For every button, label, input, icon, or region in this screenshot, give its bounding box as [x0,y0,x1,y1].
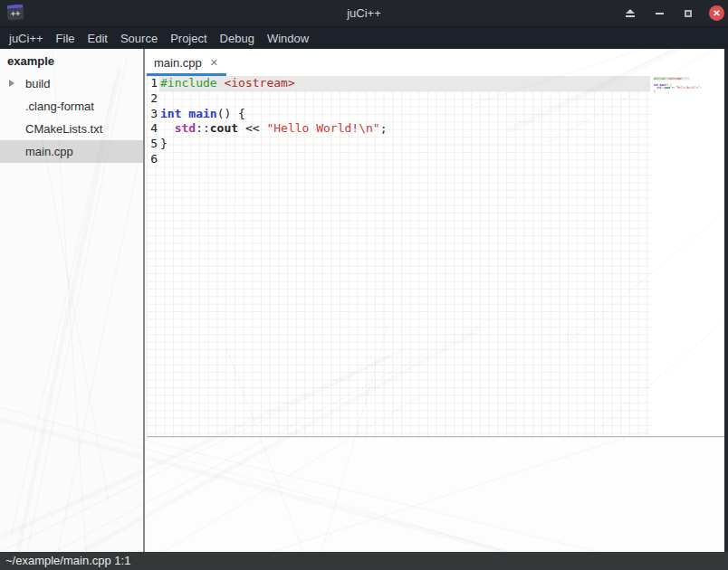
close-icon: ✕ [713,8,720,18]
code-view[interactable]: 1#include <iostream>23int main() {4 std:… [147,76,650,167]
line-number: 1 [147,76,158,91]
tree-root-folder[interactable]: example [0,50,143,72]
main-pane: main.cpp ✕ 1#include <iostream>23int mai… [147,49,728,552]
juci-window: ++ juCi++ ✕ juCi++FileEditSourceProjectD… [0,0,728,570]
code-line-6[interactable]: 6 [147,152,650,167]
window-controls: ✕ [622,0,724,26]
tree-items: build.clang-formatCMakeLists.txtmain.cpp [0,72,143,163]
tree-item-label: main.cpp [25,145,73,158]
line-number: 6 [147,152,158,167]
line-number: 3 [147,107,158,122]
output-pane[interactable] [147,439,728,552]
code-text: } [160,137,168,150]
minimap-code: #include <iostream>int main() { std::cou… [654,77,690,96]
menu-debug[interactable]: Debug [214,27,261,50]
restore-icon [685,10,692,17]
tab-main-cpp[interactable]: main.cpp ✕ [147,49,227,76]
code-text: } [654,90,656,92]
menu-window[interactable]: Window [261,27,315,50]
minimap[interactable]: #include <iostream>int main() { std::cou… [654,77,726,222]
code-line-3[interactable]: 3int main() { [147,107,650,122]
eject-icon-bar [626,15,635,17]
line-number: 4 [147,121,158,137]
code-line-6 [654,93,690,97]
code-text: #include <iostream> [160,76,295,90]
code-line-1[interactable]: 1#include <iostream> [147,76,650,91]
code-text: std::cout << "Hello World!\n"; [654,87,702,90]
source-editor[interactable]: 1#include <iostream>23int main() {4 std:… [147,76,728,436]
window-title: juCi++ [0,6,728,20]
sidebar-item-main-cpp[interactable]: main.cpp [0,140,143,163]
content-area: example build.clang-formatCMakeLists.txt… [0,49,728,552]
close-button[interactable]: ✕ [709,5,724,21]
file-tree-panel: example build.clang-formatCMakeLists.txt… [0,49,145,552]
sidebar-item-cmakelists-txt[interactable]: CMakeLists.txt [0,118,143,140]
menu-source[interactable]: Source [114,27,164,50]
titlebar: ++ juCi++ ✕ [0,0,728,26]
code-line-5[interactable]: 5} [147,137,650,152]
sidebar-item-clang-format[interactable]: .clang-format [0,95,143,118]
code-text: std::cout << "Hello World!\n"; [160,121,387,135]
menu-juci[interactable]: juCi++ [3,27,50,50]
tree-item-label: CMakeLists.txt [25,122,102,136]
line-number: 2 [147,91,158,107]
vertical-scrollbar[interactable] [724,49,728,552]
menu-project[interactable]: Project [164,27,213,50]
tree-item-label: build [25,77,50,90]
expander-icon[interactable] [9,80,14,87]
menu-edit[interactable]: Edit [81,27,114,50]
app-icon: ++ [6,4,24,20]
statusbar: ~/example/main.cpp 1:1 [0,552,728,570]
code-text: #include <iostream> [654,77,682,80]
line-number: 5 [147,137,158,152]
tree-item-label: .clang-format [25,100,94,113]
code-text: int main() { [160,107,245,120]
restore-button[interactable] [680,5,696,22]
tab-close-icon[interactable]: ✕ [210,57,218,69]
menubar: juCi++FileEditSourceProjectDebugWindow [0,26,728,49]
eject-icon [626,9,635,14]
minimize-icon [656,13,664,14]
shade-button[interactable] [622,5,638,22]
pane-splitter[interactable] [147,436,728,438]
menu-file[interactable]: File [50,27,81,50]
tab-bar: main.cpp ✕ [147,49,728,76]
minimize-button[interactable] [651,5,667,22]
code-line-2[interactable]: 2 [147,91,650,107]
sidebar-item-build[interactable]: build [0,72,143,95]
statusbar-path-position: ~/example/main.cpp 1:1 [5,554,130,567]
code-line-4[interactable]: 4 std::cout << "Hello World!\n"; [147,121,650,137]
tab-label: main.cpp [154,56,202,70]
code-line-4: std::cout << "Hello World!\n"; [654,87,690,90]
